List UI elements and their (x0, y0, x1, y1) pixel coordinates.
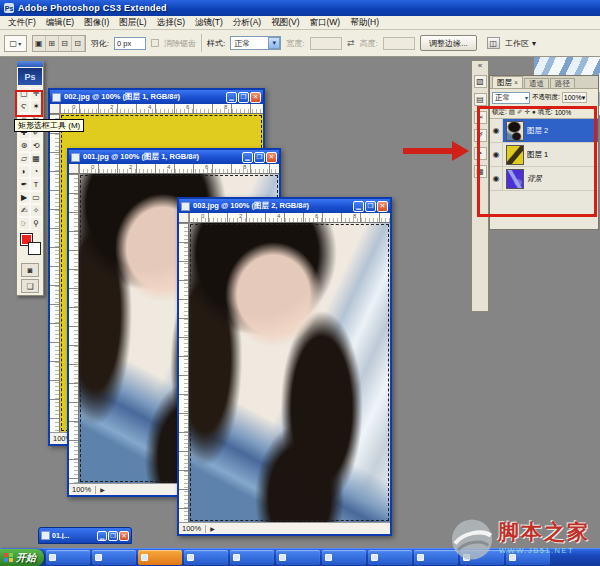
dock-panel-icon[interactable]: ▧ (474, 75, 487, 88)
task-button[interactable] (368, 550, 412, 565)
photoshop-window: Ps Adobe Photoshop CS3 Extended 文件(F)编辑(… (0, 0, 600, 566)
tool-preset-picker[interactable]: ▢ ▾ (4, 35, 27, 52)
tool-button[interactable]: ▶ (18, 191, 30, 204)
menu-item[interactable]: 滤镜(T) (190, 17, 228, 29)
background-color-swatch[interactable] (28, 242, 41, 255)
start-button[interactable]: 开始 (0, 549, 44, 566)
menu-item[interactable]: 选择(S) (152, 17, 190, 29)
close-icon[interactable]: ✕ (250, 92, 261, 103)
task-button[interactable] (322, 550, 366, 565)
restore-icon[interactable]: ❐ (365, 201, 376, 212)
tool-button[interactable]: T (30, 178, 42, 191)
chevron-down-icon: ▾ (532, 39, 536, 48)
document-titlebar[interactable]: 002.jpg @ 100% (图层 1, RGB/8#) ▁ ❐ ✕ (50, 90, 263, 104)
close-icon[interactable]: ✕ (119, 531, 129, 541)
menu-item[interactable]: 图层(L) (114, 17, 151, 29)
task-button[interactable] (138, 550, 182, 565)
status-menu-icon[interactable]: ▶ (100, 486, 105, 493)
tool-button[interactable]: ▭ (30, 191, 42, 204)
zoom-level[interactable]: 100% (72, 485, 91, 494)
antialias-checkbox[interactable] (151, 39, 159, 47)
chevron-down-icon: ▾ (525, 94, 528, 101)
menu-item[interactable]: 编辑(E) (41, 17, 79, 29)
close-icon[interactable]: ✕ (266, 152, 277, 163)
swap-dimensions-icon[interactable]: ⇄ (347, 38, 355, 48)
task-button[interactable] (46, 550, 90, 565)
tool-icon: ◔ (34, 167, 39, 176)
menu-item[interactable]: 图像(I) (79, 17, 114, 29)
quick-mask-button[interactable]: ◙ (21, 263, 39, 277)
restore-icon[interactable]: ❐ (238, 92, 249, 103)
task-button[interactable] (230, 550, 274, 565)
tool-button[interactable]: ◔ (30, 165, 42, 178)
tool-button[interactable]: ✍ (18, 204, 30, 217)
refine-edge-button[interactable]: 调整边缘... (420, 35, 477, 51)
task-button[interactable] (184, 550, 228, 565)
minimized-document[interactable]: 01.j... ▁ ❐ ✕ (38, 527, 132, 544)
selection-mode-icon: ▣ (35, 39, 43, 48)
workspace-dropdown[interactable]: 工作区 ▾ (505, 38, 536, 49)
tool-button[interactable]: ✒ (18, 178, 30, 191)
status-bar: 100% ▶ (179, 522, 390, 534)
close-icon[interactable]: ✕ (377, 201, 388, 212)
menu-item[interactable]: 帮助(H) (345, 17, 384, 29)
minimize-icon[interactable]: ▁ (353, 201, 364, 212)
tab-label: 图层 (497, 78, 512, 88)
task-button[interactable] (276, 550, 320, 565)
restore-icon[interactable]: ❐ (108, 531, 118, 541)
jb51-logo (449, 516, 497, 563)
tab-close-icon[interactable]: × (514, 79, 518, 86)
tab-channels[interactable]: 通道 (524, 78, 549, 88)
horizontal-ruler: 0246810 (179, 213, 390, 223)
tool-icon: ✒ (21, 180, 28, 189)
feather-input[interactable]: 0 px (114, 37, 146, 50)
zoom-level[interactable]: 100% (182, 524, 201, 533)
tab-layers[interactable]: 图层 × (492, 76, 523, 88)
chevron-down-icon[interactable]: ▾ (268, 37, 280, 49)
selection-mode-button[interactable]: ⊡ (72, 36, 85, 51)
menu-item[interactable]: 分析(A) (228, 17, 266, 29)
tool-button[interactable]: ⊛ (18, 139, 30, 152)
app-titlebar[interactable]: Ps Adobe Photoshop CS3 Extended (0, 0, 600, 16)
minimize-icon[interactable]: ▁ (226, 92, 237, 103)
status-menu-icon[interactable]: ▶ (210, 525, 215, 532)
photo-image[interactable] (189, 223, 390, 522)
tool-button[interactable]: ✧ (30, 204, 42, 217)
selection-mode-icon: ⊞ (48, 39, 55, 48)
selection-mode-button[interactable]: ⊞ (46, 36, 59, 51)
opacity-input[interactable]: 100% ▾ (562, 92, 587, 103)
start-label: 开始 (16, 551, 36, 565)
task-icon (417, 554, 424, 561)
selection-mode-button[interactable]: ⊟ (59, 36, 72, 51)
tool-button[interactable]: ☞ (18, 217, 30, 230)
tab-paths[interactable]: 路径 (550, 78, 575, 88)
task-button[interactable] (92, 550, 136, 565)
restore-icon[interactable]: ❐ (254, 152, 265, 163)
collapse-dock-icon[interactable]: « (478, 62, 482, 70)
minimize-icon[interactable]: ▁ (97, 531, 107, 541)
menu-item[interactable]: 文件(F) (3, 17, 41, 29)
toolbox-grip[interactable] (17, 61, 43, 67)
tool-button[interactable]: ⚲ (30, 217, 42, 230)
screen-mode-button[interactable]: ❏ (21, 279, 39, 293)
dock-panel-icon[interactable]: ▤ (474, 93, 487, 106)
tool-button[interactable]: ◗ (18, 165, 30, 178)
app-icon: Ps (4, 3, 14, 13)
height-input (383, 37, 415, 50)
document-titlebar[interactable]: 001.jpg @ 100% (图层 1, RGB/8#) ▁ ❐ ✕ (69, 150, 279, 164)
menu-item[interactable]: 视图(V) (266, 17, 304, 29)
document-titlebar[interactable]: 003.jpg @ 100% (图层 2, RGB/8#) ▁ ❐ ✕ (179, 199, 390, 213)
bridge-icon[interactable]: ◫ (487, 37, 500, 49)
canvas[interactable] (189, 223, 390, 522)
minimized-title: 01.j... (52, 532, 95, 539)
style-select[interactable]: 正常 ▾ (230, 36, 281, 50)
blend-mode-select[interactable]: 正常 ▾ (492, 92, 530, 104)
tool-button[interactable]: ▱ (18, 152, 30, 165)
opacity-label: 不透明度: (532, 93, 560, 102)
tool-button[interactable]: ⟲ (30, 139, 42, 152)
minimize-icon[interactable]: ▁ (242, 152, 253, 163)
selection-mode-button[interactable]: ▣ (33, 36, 46, 51)
tool-button[interactable]: ▦ (30, 152, 42, 165)
tool-icon: ⟲ (33, 141, 40, 150)
menu-item[interactable]: 窗口(W) (305, 17, 346, 29)
